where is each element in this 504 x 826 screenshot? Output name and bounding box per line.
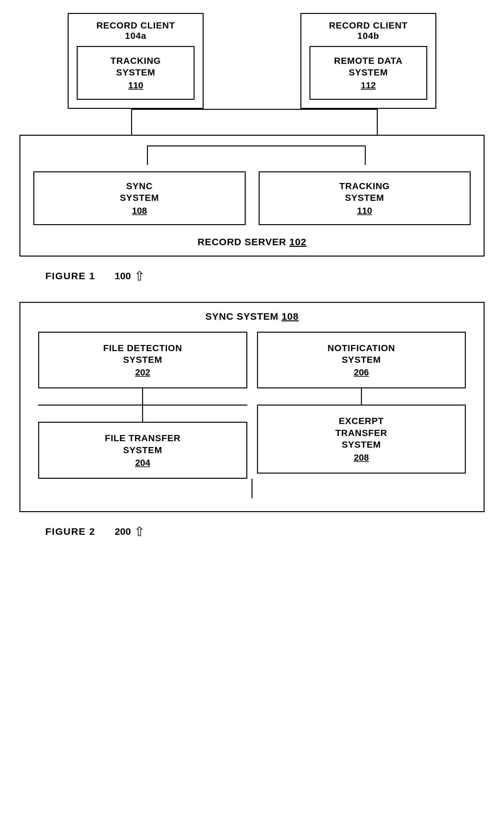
server-tracking-system-number: 110 <box>357 206 372 216</box>
file-detection-number: 202 <box>135 367 150 378</box>
sync-system-title: SYNCSYSTEM <box>120 180 159 204</box>
notification-title: NOTIFICATIONSYSTEM <box>328 342 395 366</box>
figure1-wrapper: RECORD CLIENT 104a TRACKINGSYSTEM 110 RE… <box>19 13 485 283</box>
f1-left-vert <box>131 109 132 135</box>
figure1-label-row: FIGURE 1 100 ⇧ <box>19 270 485 283</box>
figure2-number: 200 <box>115 526 131 537</box>
server-tracking-system-title: TRACKINGSYSTEM <box>339 180 390 204</box>
sync-system-box: SYNCSYSTEM 108 <box>33 171 246 225</box>
figure1-arrow-icon: ⇧ <box>134 270 145 283</box>
right-connector-line <box>361 389 362 405</box>
file-detection-system-box: FILE DETECTIONSYSTEM 202 <box>38 332 247 389</box>
figure1-label: FIGURE 1 <box>45 271 95 282</box>
f1-horiz-line <box>131 109 378 110</box>
server-tracking-system-box: TRACKINGSYSTEM 110 <box>259 171 471 225</box>
figure2-arrow-icon: ⇧ <box>134 525 145 538</box>
tracking-system-a-title: TRACKINGSYSTEM <box>110 55 161 79</box>
f2-bottom-connector <box>252 479 252 498</box>
tracking-system-a-box: TRACKINGSYSTEM 110 <box>77 46 195 100</box>
remote-data-system-box: REMOTE DATASYSTEM 112 <box>309 46 427 100</box>
figure2-number-arrow: 200 ⇧ <box>115 525 145 538</box>
file-detection-title: FILE DETECTIONSYSTEM <box>103 342 182 366</box>
f1-right-vert <box>377 109 378 135</box>
figure1-number: 100 <box>115 271 131 282</box>
sync-system-number: 108 <box>132 206 147 216</box>
record-client-b-box: RECORD CLIENT 104b REMOTE DATASYSTEM 112 <box>300 13 436 109</box>
record-client-b-title: RECORD CLIENT 104b <box>329 20 407 41</box>
diagram-container: RECORD CLIENT 104a TRACKINGSYSTEM 110 RE… <box>19 13 485 557</box>
tracking-system-a-number: 110 <box>128 80 143 91</box>
s-horiz-line <box>147 145 366 146</box>
excerpt-transfer-title: EXCERPTTRANSFERSYSTEM <box>335 415 387 451</box>
sync-left-column: FILE DETECTIONSYSTEM 202 FILE TRANSFERSY… <box>33 332 252 479</box>
excerpt-transfer-system-box: EXCERPTTRANSFERSYSTEM 208 <box>257 405 466 473</box>
s-left-vert <box>147 145 148 165</box>
sync-two-column: FILE DETECTIONSYSTEM 202 FILE TRANSFERSY… <box>33 332 471 479</box>
sync-right-column: NOTIFICATIONSYSTEM 206 EXCERPTTRANSFERSY… <box>252 332 471 479</box>
server-connector-area <box>33 145 471 165</box>
left-connector-line-2 <box>142 406 143 422</box>
remote-data-system-title: REMOTE DATASYSTEM <box>334 55 403 79</box>
record-server-inner-boxes: SYNCSYSTEM 108 TRACKINGSYSTEM 110 <box>33 171 471 225</box>
figure2-wrapper: SYNC SYSTEM 108 FILE DETECTIONSYSTEM 202… <box>19 302 485 538</box>
notification-system-box: NOTIFICATIONSYSTEM 206 <box>257 332 466 389</box>
record-server-label: RECORD SERVER 102 <box>197 236 307 247</box>
sync-system-outer-title: SYNC SYSTEM 108 <box>205 311 299 322</box>
figure2-label: FIGURE 2 <box>45 526 95 537</box>
notification-number: 206 <box>354 367 369 378</box>
sync-system-outer: SYNC SYSTEM 108 FILE DETECTIONSYSTEM 202… <box>19 302 485 513</box>
remote-data-system-number: 112 <box>361 80 376 91</box>
figure2-label-row: FIGURE 2 200 ⇧ <box>19 525 485 538</box>
left-connector-line <box>142 389 143 405</box>
record-server-box: SYNCSYSTEM 108 TRACKINGSYSTEM 110 RECORD… <box>19 135 485 256</box>
file-transfer-number: 204 <box>135 458 150 468</box>
excerpt-transfer-number: 208 <box>354 453 369 463</box>
record-client-a-title: RECORD CLIENT 104a <box>97 20 175 41</box>
f1-connector-area <box>19 109 485 135</box>
fig1-top-section: RECORD CLIENT 104a TRACKINGSYSTEM 110 RE… <box>19 13 485 109</box>
record-client-a-box: RECORD CLIENT 104a TRACKINGSYSTEM 110 <box>68 13 204 109</box>
s-right-vert <box>365 145 366 165</box>
figure1-number-arrow: 100 ⇧ <box>115 270 145 283</box>
file-transfer-system-box: FILE TRANSFERSYSTEM 204 <box>38 422 247 479</box>
file-transfer-title: FILE TRANSFERSYSTEM <box>105 432 181 456</box>
